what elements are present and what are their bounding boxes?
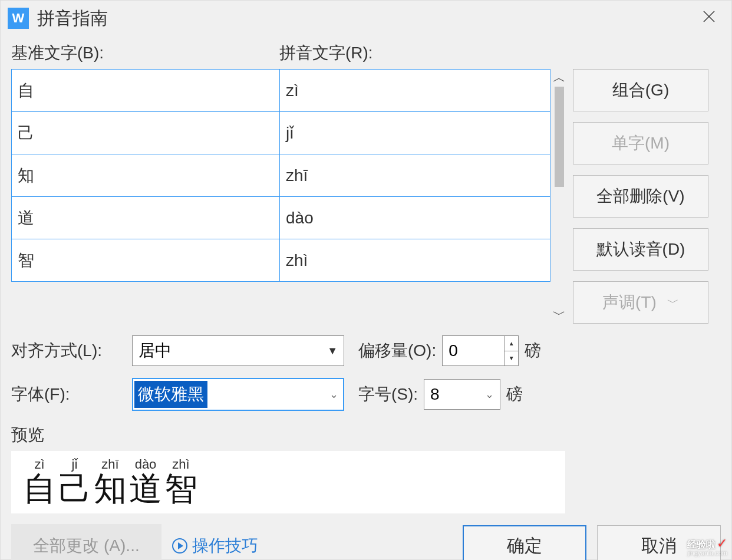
size-unit: 磅 xyxy=(506,383,523,406)
preview-label: 预览 xyxy=(11,424,721,446)
scroll-track[interactable] xyxy=(555,87,564,306)
base-cell[interactable]: 知 xyxy=(12,154,280,197)
chevron-down-icon: ﹀ xyxy=(667,295,679,311)
watermark-url: jingyanla.com xyxy=(688,550,727,556)
scroll-down-icon[interactable]: ﹀ xyxy=(553,308,566,321)
tips-label: 操作技巧 xyxy=(192,535,258,557)
font-label: 字体(F): xyxy=(11,383,126,406)
size-select[interactable]: 8 ⌄ xyxy=(424,379,500,410)
ruby-base: 己 xyxy=(58,472,91,505)
default-reading-button[interactable]: 默认读音(D) xyxy=(573,228,708,271)
dialog-window: W 拼音指南 基准文字(B): 拼音文字(R): 自 zì 己 xyxy=(0,0,732,560)
table-row[interactable]: 道 dào xyxy=(12,197,550,239)
spinner-up-icon[interactable]: ▲ xyxy=(505,336,518,351)
close-icon[interactable] xyxy=(694,5,724,32)
dropdown-arrow-icon: ▼ xyxy=(327,345,338,357)
tone-button-label: 声调(T) xyxy=(602,291,657,314)
size-value: 8 xyxy=(430,385,440,404)
offset-label: 偏移量(O): xyxy=(358,340,436,362)
pinyin-cell[interactable]: zì xyxy=(280,70,550,112)
spinner-down-icon[interactable]: ▼ xyxy=(505,351,518,366)
tips-link[interactable]: 操作技巧 xyxy=(172,535,258,557)
play-icon xyxy=(172,538,187,554)
dropdown-arrow-icon: ⌄ xyxy=(485,388,494,401)
app-icon: W xyxy=(8,8,29,29)
window-title: 拼音指南 xyxy=(37,6,694,31)
scroll-up-icon[interactable]: ︿ xyxy=(553,71,566,84)
pinyin-cell[interactable]: dào xyxy=(280,197,550,239)
ruby-item: jǐ 己 xyxy=(57,457,93,505)
offset-unit: 磅 xyxy=(525,340,541,362)
pinyin-cell[interactable]: zhì xyxy=(280,239,550,282)
combine-button[interactable]: 组合(G) xyxy=(573,69,708,111)
pinyin-cell[interactable]: zhī xyxy=(280,154,550,197)
ruby-item: zhì 智 xyxy=(163,457,199,505)
base-cell[interactable]: 己 xyxy=(12,112,280,154)
ruby-item: zhī 知 xyxy=(93,457,128,505)
ruby-base: 道 xyxy=(129,472,162,505)
size-label: 字号(S): xyxy=(358,383,418,406)
watermark-text: 经验啦 xyxy=(687,539,715,549)
change-all-button: 全部更改 (A)... xyxy=(11,524,161,560)
delete-all-button[interactable]: 全部删除(V) xyxy=(573,175,708,218)
watermark: 经验啦✓ jingyanla.com xyxy=(687,537,727,556)
table-row[interactable]: 知 zhī xyxy=(12,154,550,197)
align-value: 居中 xyxy=(139,340,327,362)
ruby-item: zì 自 xyxy=(22,457,57,505)
pinyin-text-label: 拼音文字(R): xyxy=(279,42,721,64)
font-value: 微软雅黑 xyxy=(134,381,207,408)
ok-button[interactable]: 确定 xyxy=(463,525,586,560)
preview-box: zì 自 jǐ 己 zhī 知 dào 道 zhì 智 xyxy=(11,451,565,513)
single-char-button: 单字(M) xyxy=(573,122,708,164)
dropdown-arrow-icon: ⌄ xyxy=(329,388,338,401)
base-cell[interactable]: 道 xyxy=(12,197,280,239)
ruby-base: 知 xyxy=(94,472,127,505)
ruby-base: 智 xyxy=(164,472,197,505)
base-text-label: 基准文字(B): xyxy=(11,42,279,64)
tone-button: 声调(T) ﹀ xyxy=(573,281,708,324)
base-cell[interactable]: 自 xyxy=(12,70,280,112)
scrollbar[interactable]: ︿ ﹀ xyxy=(550,69,568,324)
titlebar: W 拼音指南 xyxy=(1,1,731,36)
font-select[interactable]: 微软雅黑 ⌄ xyxy=(132,378,344,411)
table-row[interactable]: 己 jǐ xyxy=(12,112,550,154)
base-cell[interactable]: 智 xyxy=(12,239,280,282)
pinyin-cell[interactable]: jǐ xyxy=(280,112,550,154)
align-select[interactable]: 居中 ▼ xyxy=(132,335,344,366)
scroll-thumb[interactable] xyxy=(555,87,564,187)
table-row[interactable]: 自 zì xyxy=(12,70,550,112)
offset-value: 0 xyxy=(443,341,504,360)
table-row[interactable]: 智 zhì xyxy=(12,239,550,282)
ruby-item: dào 道 xyxy=(128,457,163,505)
pinyin-table[interactable]: 自 zì 己 jǐ 知 zhī 道 dào xyxy=(11,69,550,282)
align-label: 对齐方式(L): xyxy=(11,340,126,362)
offset-spinner[interactable]: 0 ▲ ▼ xyxy=(442,335,519,366)
ruby-base: 自 xyxy=(23,472,56,505)
